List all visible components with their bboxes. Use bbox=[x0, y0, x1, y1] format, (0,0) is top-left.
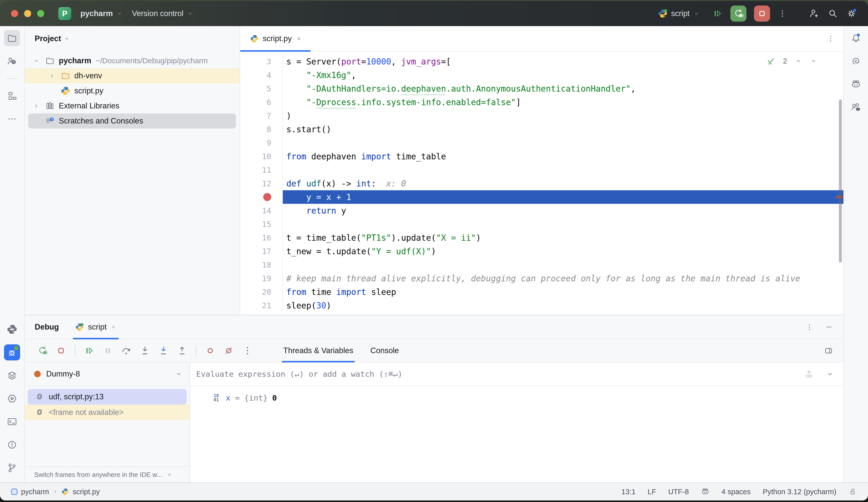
tool-button-coding-agent[interactable] bbox=[848, 76, 864, 92]
code-text[interactable] bbox=[282, 136, 844, 149]
vcs-widget[interactable]: Version control bbox=[127, 6, 198, 22]
code-line-11[interactable]: 11 bbox=[240, 163, 844, 177]
gutter-line-16[interactable]: 16 bbox=[240, 233, 282, 242]
minimize-window-button[interactable] bbox=[24, 10, 31, 17]
tool-button-ai-assistant[interactable] bbox=[848, 53, 864, 69]
rerun-debug-button[interactable] bbox=[730, 6, 746, 22]
code-line-17[interactable]: 17t_new = t.update("Y = udf(X)") bbox=[240, 244, 844, 258]
tool-button-version-control[interactable] bbox=[4, 460, 20, 476]
code-line-7[interactable]: 7) bbox=[240, 109, 844, 123]
gutter-line-19[interactable]: 19 bbox=[240, 274, 282, 283]
gutter-line-11[interactable]: 11 bbox=[240, 165, 282, 175]
gutter-line-5[interactable]: 5 bbox=[240, 84, 282, 93]
tool-button-python-packages[interactable] bbox=[4, 321, 20, 337]
gutter-line-8[interactable]: 8 bbox=[240, 125, 282, 134]
force-step-into-button[interactable] bbox=[157, 344, 170, 357]
gutter-line-9[interactable]: 9 bbox=[240, 138, 282, 147]
more-button[interactable] bbox=[241, 344, 254, 357]
tab-threads-variables[interactable]: Threads & Variables bbox=[282, 339, 355, 362]
code-line-15[interactable]: 15 bbox=[240, 217, 844, 231]
evaluate-expression-field[interactable]: Evaluate expression (↵) or add a watch (… bbox=[190, 363, 844, 386]
more-actions-icon[interactable] bbox=[778, 9, 787, 18]
prev-problem-icon[interactable] bbox=[795, 57, 802, 65]
code-text[interactable]: sleep(30) bbox=[282, 299, 844, 312]
close-icon[interactable] bbox=[111, 324, 116, 330]
debug-options-icon[interactable] bbox=[805, 323, 814, 331]
gutter-line-6[interactable]: 6 bbox=[240, 98, 282, 107]
tree-item-scratches-and-consoles[interactable]: Scratches and Consoles bbox=[28, 114, 236, 128]
code-text[interactable]: def udf(x) -> int: x: 0 bbox=[282, 177, 844, 190]
editor-scrollbar[interactable] bbox=[839, 100, 842, 263]
resume-program-icon[interactable] bbox=[712, 8, 723, 19]
view-breakpoints-button[interactable] bbox=[204, 344, 217, 357]
tab-script-py[interactable]: script.py bbox=[240, 26, 311, 51]
chevron-down-icon[interactable] bbox=[63, 35, 70, 42]
code-line-3[interactable]: 3s = Server(port=10000, jvm_args=[ bbox=[240, 55, 844, 68]
mute-breakpoints-button[interactable] bbox=[222, 344, 236, 357]
project-widget[interactable]: pycharm bbox=[76, 6, 127, 22]
chevron-right[interactable] bbox=[33, 103, 45, 109]
status-interpreter[interactable]: Python 3.12 (pycharm) bbox=[763, 488, 836, 496]
pause-program-button[interactable] bbox=[101, 344, 114, 357]
step-out-button[interactable] bbox=[175, 344, 189, 357]
breadcrumb-file[interactable]: script.py bbox=[73, 488, 100, 496]
status-file-encoding[interactable]: UTF-8 bbox=[668, 488, 689, 496]
gutter-line-7[interactable]: 7 bbox=[240, 111, 282, 120]
add-watch-icon[interactable] bbox=[804, 368, 815, 379]
code-line-16[interactable]: 16t = time_table("PT1s").update("X = ii"… bbox=[240, 231, 844, 244]
code-line-19[interactable]: 19# keep main thread alive explicitly, d… bbox=[240, 272, 844, 285]
close-icon[interactable] bbox=[167, 472, 172, 478]
tree-item-dh-venv[interactable]: dh-venv bbox=[24, 68, 240, 83]
tree-item-script-py[interactable]: script.py bbox=[24, 83, 240, 98]
status-indent-style[interactable]: 4 spaces bbox=[722, 488, 751, 496]
code-text[interactable]: return y bbox=[282, 204, 844, 217]
add-user-icon[interactable] bbox=[809, 8, 820, 19]
tool-button-run[interactable] bbox=[4, 390, 20, 407]
tab-console[interactable]: Console bbox=[369, 339, 401, 362]
tool-button-project[interactable] bbox=[4, 30, 20, 46]
breakpoint-dot[interactable] bbox=[263, 193, 271, 201]
code-text[interactable] bbox=[282, 258, 844, 272]
gutter-line-21[interactable]: 21 bbox=[240, 301, 282, 310]
gutter-line-4[interactable]: 4 bbox=[240, 71, 282, 80]
code-text[interactable]: ) bbox=[282, 109, 844, 123]
code-text[interactable] bbox=[282, 163, 844, 177]
hide-panel-icon[interactable] bbox=[825, 323, 833, 331]
code-text[interactable]: # keep main thread alive explicitly, deb… bbox=[282, 272, 844, 285]
debug-panel-title[interactable]: Debug bbox=[35, 315, 59, 339]
code-text[interactable]: t_new = t.update("Y = udf(X)") bbox=[282, 244, 844, 258]
gutter-line-14[interactable]: 14 bbox=[240, 206, 282, 215]
code-line-6[interactable]: 6 "-Dprocess.info.system-info.enabled=fa… bbox=[240, 95, 844, 109]
chevron-right[interactable] bbox=[49, 73, 61, 79]
frame-item[interactable]: <frame not available> bbox=[24, 405, 190, 420]
code-text[interactable]: s.start() bbox=[282, 123, 844, 136]
code-text[interactable]: "-DAuthHandlers=io.deephaven.auth.Anonym… bbox=[282, 82, 844, 95]
rerun-button[interactable] bbox=[36, 344, 49, 357]
close-icon[interactable] bbox=[296, 35, 302, 42]
editor-options-icon[interactable] bbox=[826, 34, 835, 43]
gutter-line-15[interactable]: 15 bbox=[240, 220, 282, 229]
tool-button-structure[interactable] bbox=[4, 88, 20, 104]
step-over-button[interactable] bbox=[120, 344, 133, 357]
debug-session-tab[interactable]: script bbox=[73, 315, 118, 339]
tool-button-learn[interactable]: ? bbox=[4, 53, 20, 69]
code-area[interactable]: 3s = Server(port=10000, jvm_args=[4 "-Xm… bbox=[240, 52, 844, 315]
gutter-line-20[interactable]: 20 bbox=[240, 287, 282, 296]
code-text[interactable]: t = time_table("PT1s").update("X = ii") bbox=[282, 231, 844, 244]
code-text[interactable]: from time import sleep bbox=[282, 285, 844, 299]
tool-button-notifications[interactable] bbox=[848, 30, 864, 46]
zoom-window-button[interactable] bbox=[37, 10, 44, 17]
status-write-access[interactable] bbox=[848, 488, 857, 496]
chevron-down-icon[interactable] bbox=[826, 370, 834, 378]
tool-button-services[interactable] bbox=[4, 367, 20, 384]
gutter-line-13[interactable] bbox=[240, 193, 282, 201]
status-line-separator[interactable]: LF bbox=[648, 488, 656, 496]
status-ai-status[interactable] bbox=[701, 488, 710, 496]
thread-selector[interactable]: Dummy-8 bbox=[24, 363, 190, 386]
search-everywhere-icon[interactable] bbox=[827, 8, 838, 19]
tool-button-code-with-me[interactable] bbox=[848, 100, 864, 115]
code-line-4[interactable]: 4 "-Xmx16g", bbox=[240, 68, 844, 82]
code-line-12[interactable]: 12def udf(x) -> int: x: 0 bbox=[240, 177, 844, 190]
code-line-18[interactable]: 18 bbox=[240, 258, 844, 272]
close-window-button[interactable] bbox=[11, 10, 18, 17]
